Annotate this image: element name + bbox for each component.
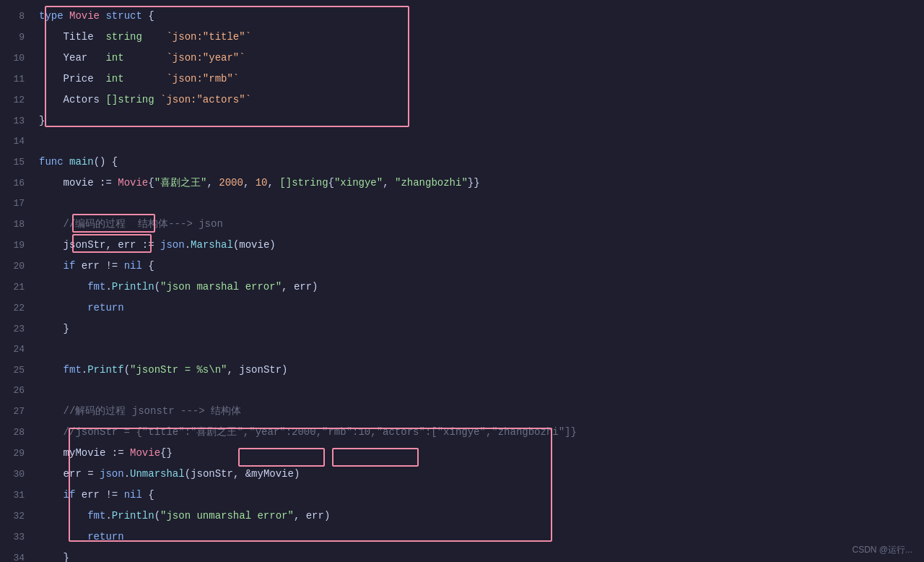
token-punct: , [227, 364, 239, 376]
line-number: 9 [0, 27, 36, 48]
token-punct: , [206, 177, 219, 189]
token-var: jsonStr [39, 239, 105, 251]
token-punct: ) [282, 364, 287, 376]
token-punct: }} [468, 177, 480, 189]
token-punct: , [383, 177, 395, 189]
line-content: //解码的过程 jsonstr ---> 结构体 [36, 401, 924, 421]
token-var: jsonStr [191, 468, 233, 480]
token-method: Marshal [191, 239, 233, 251]
token-punct: ( [154, 281, 160, 293]
code-block: 8type Movie struct {9 Title string `json… [0, 6, 924, 562]
line-22: 22 return [0, 298, 924, 319]
line-content: return [36, 527, 924, 547]
token-punct: . [185, 239, 191, 251]
token-tag: `json:"actors"` [154, 94, 251, 105]
token-str: "json marshal error" [160, 281, 282, 293]
token-kw: nil [124, 260, 149, 272]
token-type-kw: string [105, 31, 141, 43]
line-32: 32 fmt.Println("json unmarshal error", e… [0, 506, 924, 527]
line-number: 25 [0, 360, 36, 381]
line-number: 14 [0, 131, 36, 152]
token-punct: , [268, 177, 280, 189]
line-content: myMovie := Movie{} [36, 443, 924, 463]
line-19: 19 jsonStr, err := json.Marshal(movie) [0, 235, 924, 256]
line-content: Price int `json:"rmb"` [36, 69, 924, 89]
line-28: 28 //jsonStr = {"title":"喜剧之王","year":20… [0, 422, 924, 443]
line-10: 10 Year int `json:"year"` [0, 48, 924, 69]
line-content: fmt.Println("json unmarshal error", err) [36, 506, 924, 526]
line-17: 17 [0, 194, 924, 214]
token-var: movie [39, 177, 100, 189]
token-punct: } [39, 323, 69, 334]
line-13: 13} [0, 111, 924, 131]
line-number: 22 [0, 298, 36, 319]
token-comment: //编码的过程 结构体---> json [39, 218, 223, 230]
token-type-kw: int [105, 52, 123, 64]
token-str: "jsonStr = %s\n" [130, 364, 227, 376]
token-num: 10 [256, 177, 268, 189]
token-punct: , [233, 468, 245, 480]
line-number: 34 [0, 548, 36, 562]
line-number: 16 [0, 173, 36, 194]
line-content: } [36, 548, 924, 562]
token-var: myMovie [39, 447, 105, 459]
token-punct: , [105, 239, 118, 251]
token-kw: nil [124, 489, 149, 501]
token-var: &myMovie [245, 468, 294, 480]
token-chinese: "喜剧之王" [154, 177, 207, 189]
line-number: 31 [0, 485, 36, 506]
line-33: 33 return [0, 527, 924, 548]
token-pkg: json [100, 468, 124, 480]
line-number: 26 [0, 381, 36, 401]
line-number: 10 [0, 48, 36, 69]
line-number: 32 [0, 506, 36, 527]
line-34: 34 } [0, 548, 924, 562]
token-var: jsonStr [239, 364, 282, 376]
line-11: 11 Price int `json:"rmb"` [0, 69, 924, 90]
token-kw: return [39, 531, 124, 542]
token-kw: if [39, 260, 82, 272]
token-tag: `json:"year"` [124, 52, 245, 64]
token-method: Println [112, 510, 154, 522]
line-30: 30 err = json.Unmarshal(jsonStr, &myMovi… [0, 464, 924, 485]
token-op: != [100, 489, 124, 501]
line-content: } [36, 111, 924, 131]
token-num: 2000 [219, 177, 243, 189]
token-var: err [82, 260, 100, 272]
line-number: 19 [0, 235, 36, 256]
token-pkg: fmt [39, 510, 105, 522]
token-op: != [100, 260, 124, 272]
token-punct: , [243, 177, 256, 189]
line-16: 16 movie := Movie{"喜剧之王", 2000, 10, []st… [0, 173, 924, 194]
token-tag: `json:"title"` [142, 31, 251, 43]
token-str: "xingye" [334, 177, 383, 189]
token-punct: ( [124, 364, 130, 376]
token-var: err [294, 281, 312, 293]
token-punct: , [282, 281, 294, 293]
token-type-kw: []string [105, 94, 154, 105]
token-kw: func [39, 156, 69, 168]
line-content: movie := Movie{"喜剧之王", 2000, 10, []strin… [36, 173, 924, 193]
line-content: Title string `json:"title"` [36, 27, 924, 47]
token-op: := [136, 239, 160, 251]
line-number: 27 [0, 402, 36, 422]
line-8: 8type Movie struct { [0, 6, 924, 27]
token-punct: { [142, 10, 154, 22]
token-type-kw: int [105, 73, 123, 85]
token-punct: . [105, 510, 111, 522]
token-punct: ) [269, 239, 275, 251]
line-25: 25 fmt.Printf("jsonStr = %s\n", jsonStr) [0, 360, 924, 381]
token-str: "json unmarshal error" [160, 510, 294, 522]
line-content: } [36, 319, 924, 339]
line-content: func main() { [36, 152, 924, 172]
token-punct: ( [185, 468, 191, 480]
token-method: Unmarshal [130, 468, 185, 480]
line-number: 28 [0, 423, 36, 443]
token-punct: ( [154, 510, 160, 522]
line-content: jsonStr, err := json.Marshal(movie) [36, 235, 924, 255]
token-punct: . [105, 281, 111, 293]
token-field: Year [39, 52, 105, 64]
token-kw: return [39, 302, 124, 314]
line-content: if err != nil { [36, 256, 924, 276]
token-pkg: fmt [39, 281, 105, 293]
